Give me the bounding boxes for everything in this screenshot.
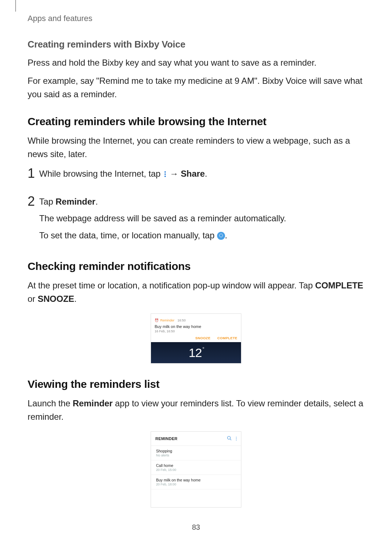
paragraph: Launch the Reminder app to view your rem… [28, 397, 364, 423]
more-options-icon[interactable] [236, 437, 237, 440]
app-header: REMINDER [151, 432, 241, 446]
list-item[interactable]: Buy milk on the way home 20 Feb, 18:00 [151, 475, 241, 489]
svg-point-0 [164, 171, 166, 173]
list-item-title: Shopping [156, 449, 236, 453]
svg-line-4 [230, 439, 231, 440]
step-text: To set the data, time, or location manua… [39, 229, 364, 242]
list-item-subtitle: 20 Feb, 15:00 [156, 468, 236, 472]
step-text: Tap Reminder. [39, 195, 364, 208]
text: At the preset time or location, a notifi… [28, 280, 315, 290]
text: Tap [39, 197, 56, 206]
text: Launch the [28, 398, 73, 408]
text: While browsing the Internet, tap [39, 169, 163, 178]
heading-browsing-internet: Creating reminders while browsing the In… [28, 115, 364, 128]
step-body: While browsing the Internet, tap → Share… [39, 167, 364, 185]
search-icon[interactable] [227, 435, 232, 442]
snooze-label: SNOOZE [38, 294, 74, 304]
heading-checking-notifications: Checking reminder notifications [28, 260, 364, 272]
notification-title: Buy milk on the way home [155, 324, 237, 329]
text: . [95, 197, 98, 206]
snooze-button[interactable]: SNOOZE [195, 336, 211, 340]
arrow-text: → [167, 169, 181, 178]
notification-actions: SNOOZE COMPLETE [155, 336, 237, 340]
page-corner-divider [15, 0, 16, 12]
complete-label: COMPLETE [315, 280, 363, 290]
notification-popup: ⏰ Reminder 16:50 Buy milk on the way hom… [151, 313, 241, 364]
notification-date: 16 Feb, 16:50 [155, 329, 237, 333]
page-number: 83 [0, 523, 392, 532]
figure-reminder-list: REMINDER Shopping No alerts Call home 20… [28, 431, 364, 508]
reminder-circle-icon [217, 232, 225, 240]
running-header: Apps and features [28, 14, 93, 23]
step-body: Tap Reminder. The webpage address will b… [39, 195, 364, 246]
text: or [28, 294, 38, 304]
reminder-app-label: Reminder [73, 398, 113, 408]
paragraph: At the preset time or location, a notifi… [28, 279, 364, 305]
text: To set the data, time, or location manua… [39, 230, 217, 240]
paragraph: Press and hold the Bixby key and say wha… [28, 56, 364, 69]
text: . [225, 230, 228, 240]
app-title: REMINDER [155, 436, 177, 441]
list-item-title: Buy milk on the way home [156, 478, 236, 482]
heading-bixby-voice: Creating reminders with Bixby Voice [28, 39, 364, 50]
text: . [74, 294, 77, 304]
app-header-actions [227, 435, 237, 442]
reminder-app-screen: REMINDER Shopping No alerts Call home 20… [151, 431, 241, 508]
list-item[interactable]: Shopping No alerts [151, 446, 241, 460]
step-1: 1 While browsing the Internet, tap → Sha… [28, 167, 364, 185]
complete-button[interactable]: COMPLETE [217, 336, 237, 340]
text: . [205, 169, 207, 178]
reminder-label: Reminder [56, 197, 95, 206]
page: Apps and features Creating reminders wit… [0, 0, 392, 554]
svg-point-2 [164, 176, 166, 177]
step-text: While browsing the Internet, tap → Share… [39, 167, 364, 181]
temperature-value: 12 [189, 346, 202, 360]
ordered-steps: 1 While browsing the Internet, tap → Sha… [28, 167, 364, 246]
step-number: 1 [28, 167, 39, 180]
svg-point-3 [227, 436, 230, 439]
list-item-subtitle: No alerts [156, 454, 236, 457]
heading-viewing-list: Viewing the reminders list [28, 378, 364, 390]
degree-symbol: ° [203, 346, 204, 352]
step-2: 2 Tap Reminder. The webpage address will… [28, 195, 364, 246]
list-item[interactable]: Call home 20 Feb, 15:00 [151, 460, 241, 475]
step-text: The webpage address will be saved as a r… [39, 212, 364, 225]
paragraph: For example, say "Remind me to take my m… [28, 74, 364, 101]
weather-widget: 12° [151, 342, 241, 363]
content-area: Creating reminders with Bixby Voice Pres… [28, 39, 364, 512]
list-item-subtitle: 20 Feb, 18:00 [156, 483, 236, 486]
list-item-title: Call home [156, 463, 236, 468]
more-options-icon [164, 168, 166, 181]
notification-app-name: Reminder [160, 319, 174, 322]
notification-app-icon: ⏰ [155, 319, 159, 322]
notification-body: ⏰ Reminder 16:50 Buy milk on the way hom… [151, 314, 241, 342]
notification-time: 16:50 [177, 319, 186, 322]
figure-notification: ⏰ Reminder 16:50 Buy milk on the way hom… [28, 313, 364, 364]
paragraph: While browsing the Internet, you can cre… [28, 134, 364, 161]
svg-point-1 [164, 173, 166, 175]
share-label: Share [181, 169, 205, 178]
step-number: 2 [28, 195, 39, 208]
